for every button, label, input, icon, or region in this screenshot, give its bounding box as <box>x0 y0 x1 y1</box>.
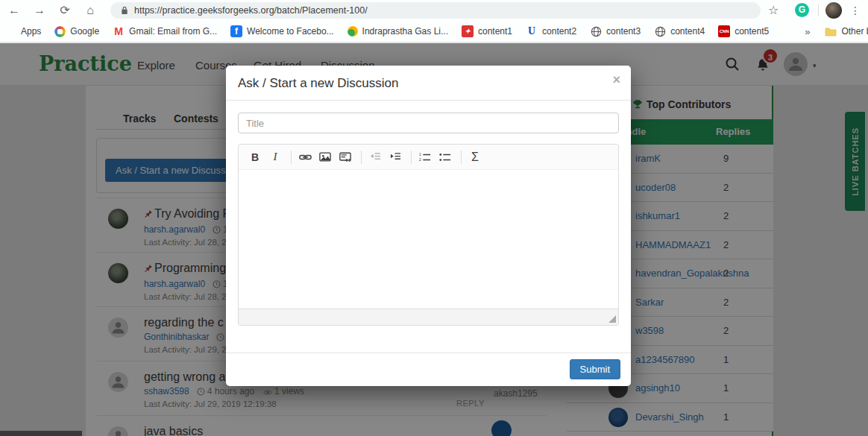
browser-toolbar: ← → ⟳ ⌂ https://practice.geeksforgeeks.o… <box>0 0 868 21</box>
rich-text-editor: B I 12 Σ <box>238 144 619 326</box>
bookmark-content5[interactable]: CNN content5 <box>718 25 769 37</box>
resize-grip-icon[interactable] <box>608 315 616 323</box>
modal-header: Ask / Start a new Discussion × <box>226 66 631 101</box>
address-bar[interactable]: https://practice.geeksforgeeks.org/batch… <box>110 2 761 19</box>
new-discussion-modal: Ask / Start a new Discussion × B I 12 <box>226 66 631 386</box>
google-icon <box>54 26 66 37</box>
bookmark-gmail[interactable]: M Gmail: Email from G... <box>113 25 217 37</box>
gmail-icon: M <box>113 25 125 37</box>
ordered-list-icon[interactable]: 12 <box>416 149 434 165</box>
bookmark-apps[interactable]: Apps <box>6 26 41 37</box>
divider <box>361 151 362 164</box>
divider <box>461 151 462 164</box>
bookmark-content2[interactable]: U content2 <box>526 25 576 37</box>
lock-icon <box>121 6 128 15</box>
bookmarks-bar: Apps Google M Gmail: Email from G... f W… <box>0 21 868 42</box>
editor-content-area[interactable] <box>239 170 618 309</box>
svg-text:2: 2 <box>419 158 421 162</box>
globe-icon <box>654 25 666 37</box>
cnn-icon: CNN <box>718 25 730 37</box>
formula-icon[interactable]: Σ <box>466 149 484 165</box>
facebook-icon: f <box>230 25 242 37</box>
globe-icon <box>590 25 602 37</box>
browser-profile-avatar[interactable] <box>825 2 842 19</box>
screen: ← → ⟳ ⌂ https://practice.geeksforgeeks.o… <box>0 0 868 436</box>
discussion-title-input[interactable] <box>238 113 619 133</box>
refresh-icon[interactable]: ⟳ <box>57 2 73 19</box>
home-icon[interactable]: ⌂ <box>82 2 98 19</box>
image-icon[interactable] <box>316 149 334 165</box>
code-block-icon[interactable] <box>336 149 354 165</box>
modal-title: Ask / Start a new Discussion <box>238 76 398 91</box>
apps-grid-icon <box>6 26 16 37</box>
u-site-icon: U <box>526 25 538 37</box>
divider <box>818 4 819 16</box>
editor-resize-bar <box>239 309 618 325</box>
bookmarks-overflow-icon[interactable]: » <box>805 26 810 37</box>
italic-icon[interactable]: I <box>266 149 284 165</box>
bold-icon[interactable]: B <box>246 149 264 165</box>
unordered-list-icon[interactable] <box>436 149 454 165</box>
modal-footer: Submit <box>226 353 631 386</box>
submit-button[interactable]: Submit <box>570 359 620 379</box>
bookmark-google[interactable]: Google <box>54 26 99 37</box>
grammarly-extension-icon[interactable]: G <box>795 3 809 17</box>
editor-toolbar: B I 12 Σ <box>239 145 618 170</box>
gas-icon <box>347 26 358 37</box>
indent-icon[interactable] <box>386 149 404 165</box>
red-site-icon: ✦ <box>462 25 474 37</box>
bookmark-content3[interactable]: content3 <box>590 25 641 37</box>
close-icon[interactable]: × <box>612 73 620 86</box>
back-icon[interactable]: ← <box>6 2 22 19</box>
other-bookmarks[interactable]: Other bookmarks <box>825 25 868 37</box>
outdent-icon <box>366 149 384 165</box>
divider <box>411 151 412 164</box>
url-text: https://practice.geeksforgeeks.org/batch… <box>134 5 368 16</box>
bookmark-content4[interactable]: content4 <box>654 25 705 37</box>
bookmark-facebook[interactable]: f Welcome to Facebo... <box>230 25 334 37</box>
bookmark-gas[interactable]: Indraprastha Gas Li... <box>347 26 448 37</box>
link-icon[interactable] <box>296 149 314 165</box>
divider <box>291 151 292 164</box>
svg-text:1: 1 <box>419 153 421 157</box>
folder-icon <box>825 25 837 37</box>
bookmark-content1[interactable]: ✦ content1 <box>462 25 512 37</box>
bookmark-star-icon[interactable]: ☆ <box>768 3 779 17</box>
browser-menu-icon[interactable]: ⋮ <box>849 2 862 19</box>
forward-icon[interactable]: → <box>31 2 48 19</box>
modal-body: B I 12 Σ <box>238 113 619 326</box>
